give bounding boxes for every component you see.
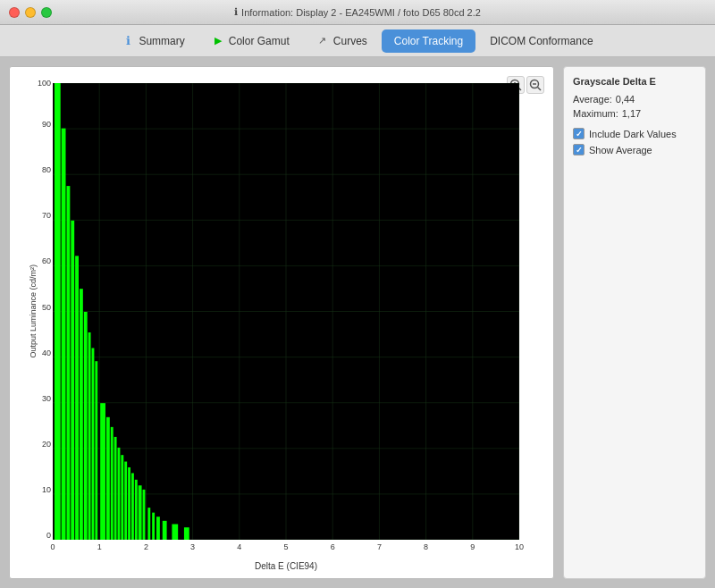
minimize-button[interactable] (25, 7, 36, 18)
x-tick-1: 1 (97, 542, 102, 551)
x-tick-9: 9 (470, 542, 475, 551)
average-value: 0,44 (616, 94, 635, 105)
tab-color-tracking[interactable]: Color Tracking (382, 29, 475, 53)
title-bar: ℹ Information: Display 2 - EA245WMI / fo… (0, 0, 715, 25)
tab-curves[interactable]: ↗ Curves (304, 29, 380, 53)
info-icon: ℹ (234, 6, 238, 18)
svg-rect-41 (111, 427, 114, 540)
svg-rect-52 (152, 513, 155, 540)
svg-rect-30 (62, 129, 66, 540)
y-tick-50: 50 (42, 303, 51, 312)
svg-rect-54 (163, 521, 167, 540)
svg-rect-56 (184, 527, 189, 540)
svg-rect-36 (88, 332, 91, 540)
svg-rect-33 (75, 256, 79, 540)
chart-container: Output Luminance (cd/m²) (9, 66, 554, 579)
tab-summary[interactable]: ℹ Summary (109, 29, 197, 53)
checkmark-icon: ✓ (576, 146, 583, 155)
svg-rect-48 (135, 480, 138, 540)
x-tick-5: 5 (283, 542, 288, 551)
zoom-out-button[interactable] (526, 76, 544, 94)
show-average-checkbox[interactable]: ✓ (573, 144, 585, 155)
maximize-button[interactable] (41, 7, 52, 18)
chart-svg (53, 83, 519, 540)
window-controls[interactable] (9, 7, 52, 18)
y-tick-0: 0 (46, 531, 51, 540)
x-tick-8: 8 (424, 542, 428, 551)
svg-rect-40 (106, 417, 110, 540)
include-dark-label: Include Dark Values (589, 129, 677, 139)
triangle-icon: ▶ (212, 35, 224, 47)
x-axis-label: Delta E (CIE94) (53, 561, 519, 571)
x-tick-4: 4 (237, 542, 241, 551)
maximum-label: Maximum: (573, 108, 618, 119)
svg-rect-50 (143, 490, 146, 540)
average-row: Average: 0,44 (573, 94, 696, 105)
y-tick-10: 10 (42, 485, 51, 494)
average-label: Average: (573, 94, 612, 105)
svg-rect-43 (118, 448, 121, 540)
curve-icon: ↗ (316, 35, 329, 47)
svg-rect-45 (124, 462, 127, 540)
svg-rect-42 (114, 437, 117, 540)
svg-rect-44 (121, 455, 123, 540)
y-tick-60: 60 (42, 256, 51, 265)
maximum-value: 1,17 (622, 108, 641, 119)
y-tick-40: 40 (42, 349, 51, 357)
svg-rect-49 (139, 485, 142, 540)
tab-dicom[interactable]: DICOM Conformance (477, 29, 605, 53)
svg-rect-51 (147, 508, 150, 540)
svg-rect-32 (71, 221, 74, 540)
right-panel: Grayscale Delta E Average: 0,44 Maximum:… (563, 66, 706, 579)
y-tick-90: 90 (42, 120, 51, 129)
panel-title: Grayscale Delta E (573, 76, 696, 87)
svg-rect-37 (92, 348, 95, 540)
y-tick-100: 100 (38, 79, 51, 88)
maximum-row: Maximum: 1,17 (573, 108, 696, 119)
tab-bar: ℹ Summary ▶ Color Gamut ↗ Curves Color T… (0, 25, 715, 57)
x-tick-3: 3 (190, 542, 195, 551)
chart-inner: Output Luminance (cd/m²) (17, 74, 546, 571)
y-tick-80: 80 (42, 165, 51, 174)
x-tick-2: 2 (144, 542, 148, 551)
x-tick-0: 0 (50, 542, 55, 551)
svg-rect-31 (66, 186, 70, 540)
y-tick-20: 20 (42, 440, 51, 449)
show-average-label: Show Average (589, 145, 652, 155)
include-dark-checkbox[interactable]: ✓ (573, 128, 585, 139)
main-content: Output Luminance (cd/m²) (0, 57, 715, 588)
close-button[interactable] (9, 7, 20, 18)
svg-rect-47 (131, 473, 134, 540)
zoom-out-icon (529, 79, 542, 91)
svg-rect-34 (80, 289, 83, 540)
svg-rect-55 (172, 525, 178, 540)
svg-rect-46 (128, 467, 130, 540)
window-title: ℹ Information: Display 2 - EA245WMI / fo… (234, 6, 481, 18)
x-tick-7: 7 (377, 542, 382, 551)
svg-rect-35 (84, 312, 88, 540)
svg-rect-38 (95, 361, 97, 540)
y-tick-30: 30 (42, 394, 51, 403)
svg-rect-29 (55, 83, 61, 540)
chart-plot (53, 83, 519, 540)
tab-color-gamut[interactable]: ▶ Color Gamut (199, 29, 302, 53)
x-tick-6: 6 (331, 542, 335, 551)
show-average-row[interactable]: ✓ Show Average (573, 144, 696, 155)
y-tick-70: 70 (42, 211, 51, 220)
svg-rect-39 (100, 403, 105, 540)
info-icon: ℹ (122, 35, 134, 47)
x-tick-10: 10 (515, 542, 524, 551)
include-dark-row[interactable]: ✓ Include Dark Values (573, 128, 696, 139)
checkmark-icon: ✓ (576, 130, 583, 139)
svg-rect-53 (156, 517, 160, 540)
svg-line-5 (538, 88, 542, 91)
